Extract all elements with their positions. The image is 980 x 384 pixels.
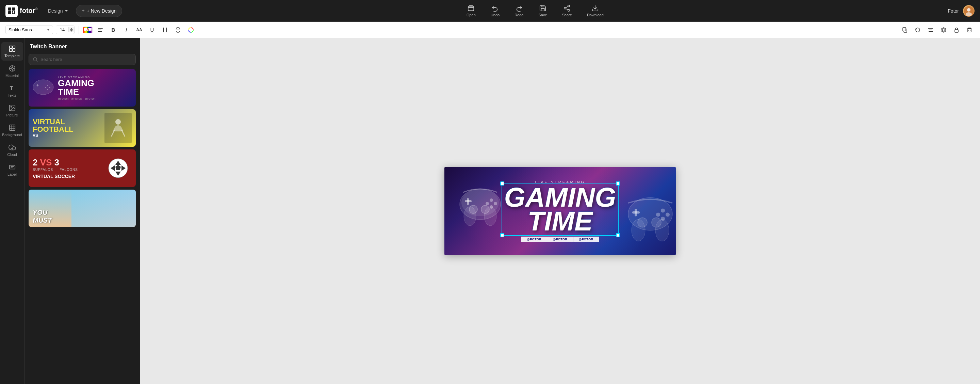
underline-label: U <box>150 27 154 33</box>
search-bar[interactable] <box>29 54 136 65</box>
font-size-input[interactable] <box>56 26 68 34</box>
design-canvas[interactable]: LIVE STREAMING GAMING TIME <box>444 167 676 255</box>
canvas-area[interactable]: LIVE STREAMING GAMING TIME <box>140 38 980 384</box>
search-input[interactable] <box>40 57 131 62</box>
delete-button[interactable] <box>964 25 975 35</box>
handle-tr[interactable] <box>616 182 620 186</box>
svg-rect-54 <box>37 84 38 86</box>
svg-point-57 <box>47 89 48 90</box>
toolbar-right <box>900 25 975 35</box>
design-dropdown-button[interactable]: Design <box>45 6 72 16</box>
logo-area: fotor® <box>5 5 38 17</box>
template-gaming-title: GAMINGTIME <box>58 79 130 96</box>
redo-button[interactable]: Redo <box>512 3 526 18</box>
handle-tl[interactable] <box>500 182 504 186</box>
template-card-football[interactable]: VIRTUALFOOTBALL VS <box>29 109 136 147</box>
text-case-button[interactable]: AA <box>134 25 144 35</box>
download-label: Download <box>587 13 604 17</box>
template-card-you-must[interactable]: YOUMUST <box>29 190 136 227</box>
new-design-button[interactable]: + + New Design <box>76 5 123 17</box>
canvas-social-3: @FOTOR <box>573 237 599 242</box>
sep1 <box>79 26 79 34</box>
italic-label: I <box>126 27 127 33</box>
svg-rect-6 <box>468 6 474 11</box>
rotate-button[interactable] <box>913 25 923 35</box>
top-bar: fotor® Design + + New Design Open Undo <box>0 0 980 22</box>
save-button[interactable]: Save <box>536 3 550 18</box>
download-button[interactable]: Download <box>584 3 606 18</box>
svg-rect-33 <box>9 46 11 48</box>
svg-point-58 <box>45 87 46 88</box>
undo-button[interactable]: Undo <box>488 3 502 18</box>
svg-rect-36 <box>12 49 14 51</box>
underline-button[interactable]: U <box>147 25 157 35</box>
svg-point-23 <box>190 29 192 31</box>
canvas-social-handles: @FOTOR @FOTOR @FOTOR <box>521 237 598 242</box>
lock-button[interactable] <box>951 25 962 35</box>
template-football-title: VIRTUALFOOTBALL <box>33 118 102 133</box>
share-label: Share <box>562 13 572 17</box>
sidebar-item-texts[interactable]: T Texts <box>2 82 23 100</box>
svg-point-14 <box>967 8 970 11</box>
bold-button[interactable]: B <box>108 25 118 35</box>
svg-rect-35 <box>9 49 11 51</box>
sidebar-texts-label: Texts <box>8 93 17 97</box>
sidebar-material-label: Material <box>5 73 19 78</box>
svg-rect-27 <box>929 30 932 30</box>
svg-point-9 <box>568 10 570 11</box>
font-size-control <box>56 25 75 34</box>
design-label: Design <box>48 8 63 14</box>
sidebar-item-cloud[interactable]: Cloud <box>2 141 23 159</box>
svg-rect-18 <box>98 31 102 32</box>
svg-point-8 <box>564 7 566 9</box>
sidebar-picture-label: Picture <box>6 113 18 117</box>
template-card-gaming[interactable]: LIVE STREAMING GAMINGTIME @FOTOR@FOTOR@F… <box>29 69 136 107</box>
sidebar-item-label[interactable]: Label <box>2 161 23 179</box>
template-social: @FOTOR@FOTOR@FOTOR <box>58 98 130 100</box>
color-palette-button[interactable] <box>186 25 196 35</box>
align-center-button[interactable] <box>926 25 936 35</box>
layers-button[interactable] <box>939 25 949 35</box>
sidebar-item-template[interactable]: Template <box>2 42 23 61</box>
top-bar-actions: Open Undo Redo Save Shar <box>126 3 943 18</box>
italic-button[interactable]: I <box>121 25 131 35</box>
svg-rect-28 <box>929 31 933 32</box>
new-design-label: + New Design <box>87 8 117 14</box>
panel-title: Twitch Banner <box>24 38 140 54</box>
svg-rect-5 <box>12 13 14 14</box>
canvas-time-word: TIME <box>527 206 592 236</box>
svg-line-61 <box>121 130 125 137</box>
font-family-selector[interactable]: Sinkin Sans ... <box>5 25 53 34</box>
save-label: Save <box>538 13 547 17</box>
svg-point-59 <box>115 119 121 124</box>
open-label: Open <box>466 13 476 17</box>
align-button[interactable] <box>95 25 105 35</box>
svg-point-38 <box>11 67 13 69</box>
open-button[interactable]: Open <box>464 3 479 18</box>
handle-bl[interactable] <box>500 233 504 237</box>
sidebar-background-label: Background <box>2 133 22 137</box>
template-card-soccer[interactable]: 2 VS 3 BUFFALOS FALCONS VIRTUAL SOCCER <box>29 150 136 187</box>
bold-label: B <box>111 27 115 33</box>
letter-spacing-button[interactable] <box>160 25 170 35</box>
svg-rect-47 <box>9 166 15 169</box>
strikethrough-button[interactable] <box>173 25 183 35</box>
svg-point-50 <box>33 57 37 61</box>
svg-point-55 <box>47 85 48 86</box>
logo-text: fotor® <box>20 7 38 14</box>
svg-rect-3 <box>12 11 13 13</box>
sidebar-item-background[interactable]: Background <box>2 121 23 140</box>
avatar[interactable] <box>963 5 975 17</box>
sidebar-template-label: Template <box>5 54 20 58</box>
sidebar-item-picture[interactable]: Picture <box>2 102 23 120</box>
text-color-button[interactable]: A <box>83 27 92 33</box>
svg-point-45 <box>11 106 11 107</box>
svg-point-7 <box>568 5 570 7</box>
sidebar-item-material[interactable]: Material <box>2 62 23 80</box>
handle-br[interactable] <box>616 233 620 237</box>
copy-style-button[interactable] <box>900 25 910 35</box>
svg-line-11 <box>566 6 568 8</box>
share-button[interactable]: Share <box>559 3 575 18</box>
font-size-arrows[interactable] <box>68 27 74 32</box>
svg-point-56 <box>49 87 50 88</box>
